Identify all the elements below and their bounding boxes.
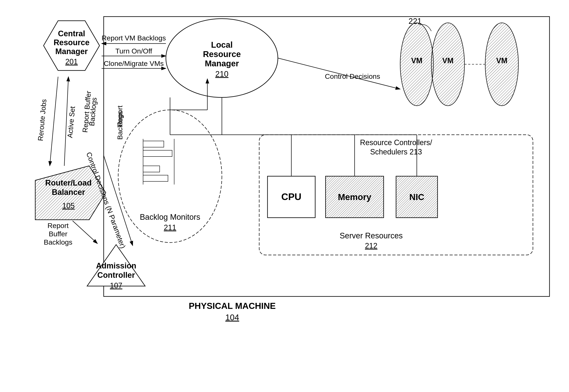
router-label1: Router/Load [45,179,92,187]
resource-controllers-label1: Resource Controllers/ [360,138,432,147]
crm-label1: Central [58,29,85,38]
server-resources-number: 212 [365,241,377,250]
clone-migrate-label: Clone/Migrate VMs [104,59,164,67]
lrm-number: 210 [215,70,228,78]
svg-text:Resource: Resource [54,38,89,47]
server-resources-label: Server Resources [340,231,403,240]
report-buffer-backlogs2-label: Report [47,222,69,229]
physical-machine-number: 104 [225,313,239,322]
crm-number: 201 [65,57,78,66]
svg-rect-14 [143,166,160,172]
admission-label1: Admission [96,261,136,270]
vm3-label: VM [496,56,507,65]
svg-text:Manager: Manager [55,47,88,56]
local-resource-manager-label: Local [211,40,233,49]
svg-line-35 [72,221,98,244]
router-number: 105 [62,201,75,210]
svg-text:Controller: Controller [97,271,135,280]
control-decisions-vm-label: Control Decisions [325,72,380,80]
diagram-container: PHYSICAL MACHINE 104 221 VM VM VM Local … [0,0,569,392]
backlog-monitors-number: 211 [164,223,176,232]
svg-line-31 [50,77,58,166]
physical-machine-label: PHYSICAL MACHINE [189,301,276,311]
admission-number: 107 [110,281,122,290]
svg-rect-15 [143,175,168,181]
cpu-label: CPU [281,191,301,202]
svg-rect-13 [143,150,172,156]
turn-on-off-label: Turn On/Off [115,47,152,55]
reroute-jobs-label: Reroute Jobs [36,99,48,141]
backlog-monitors-label: Backlog Monitors [140,213,200,221]
svg-text:Backlogs: Backlogs [116,111,124,140]
svg-text:Resource: Resource [203,50,241,59]
svg-rect-12 [143,141,164,147]
report-vm-backlogs-label: Report VM Backlogs [102,34,166,42]
nic-label: NIC [409,192,424,202]
memory-label: Memory [338,192,371,202]
vm2-label: VM [442,56,454,65]
svg-text:Manager: Manager [205,59,239,68]
active-set-label: Active Set [66,106,76,138]
svg-text:Backlogs: Backlogs [44,238,72,246]
svg-text:Balancer: Balancer [52,188,85,196]
svg-text:Buffer: Buffer [49,230,67,238]
vm1-label: VM [411,56,422,65]
resource-controllers-label2: Schedulers 213 [370,148,422,156]
